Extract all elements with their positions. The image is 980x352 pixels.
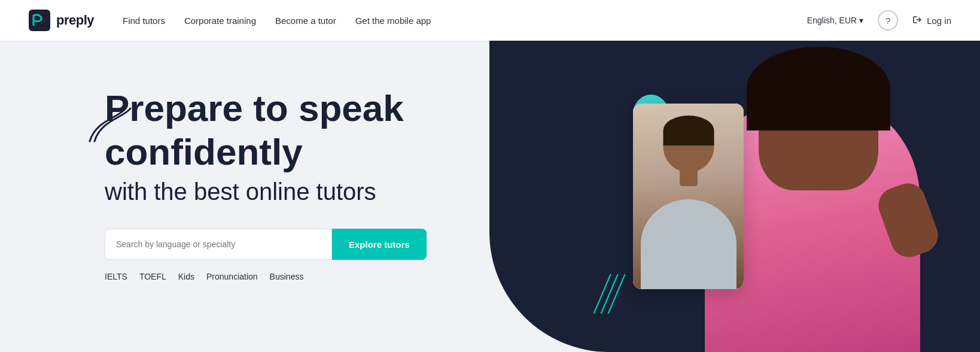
help-button[interactable]: ? <box>878 10 898 31</box>
language-selector[interactable]: English, EUR ▾ <box>807 16 863 25</box>
video-card-inner <box>633 104 744 289</box>
images-area <box>489 41 980 352</box>
headline-bold-line2: confidently <box>105 132 427 171</box>
quick-tags: IELTS TOEFL Kids Pronunciation Business <box>105 272 427 281</box>
tag-business[interactable]: Business <box>270 272 304 281</box>
login-arrow-icon <box>912 14 923 27</box>
hero-headline: Prepare to speak confidently with the be… <box>105 89 427 207</box>
login-button[interactable]: Log in <box>912 14 951 27</box>
logo[interactable]: preply <box>29 10 94 31</box>
search-input[interactable] <box>105 229 332 260</box>
login-label: Log in <box>927 16 951 26</box>
tag-ielts[interactable]: IELTS <box>105 272 127 281</box>
hero-content: Prepare to speak confidently with the be… <box>105 89 427 281</box>
tag-kids[interactable]: Kids <box>178 272 194 281</box>
preply-logo-icon <box>29 10 50 31</box>
navbar: preply Find tutors Corporate training Be… <box>0 0 980 41</box>
tag-pronunciation[interactable]: Pronunciation <box>206 272 258 281</box>
nav-find-tutors[interactable]: Find tutors <box>123 16 165 26</box>
chevron-down-icon: ▾ <box>859 16 863 25</box>
video-call-card <box>633 104 744 289</box>
explore-tutors-button[interactable]: Explore tutors <box>332 229 427 260</box>
language-label: English, EUR <box>807 16 857 25</box>
headline-regular: with the best online tutors <box>105 176 427 207</box>
nav-mobile-app[interactable]: Get the mobile app <box>355 16 431 26</box>
nav-corporate-training[interactable]: Corporate training <box>184 16 256 26</box>
search-area: Explore tutors <box>105 229 427 260</box>
nav-become-tutor[interactable]: Become a tutor <box>275 16 336 26</box>
tag-toefl[interactable]: TOEFL <box>139 272 166 281</box>
help-icon: ? <box>885 16 890 26</box>
nav-links: Find tutors Corporate training Become a … <box>123 16 807 26</box>
logo-text: preply <box>56 13 94 28</box>
headline-bold-line1: Prepare to speak <box>105 89 427 128</box>
hero-section: Prepare to speak confidently with the be… <box>0 41 980 352</box>
nav-right: English, EUR ▾ ? Log in <box>807 10 951 31</box>
